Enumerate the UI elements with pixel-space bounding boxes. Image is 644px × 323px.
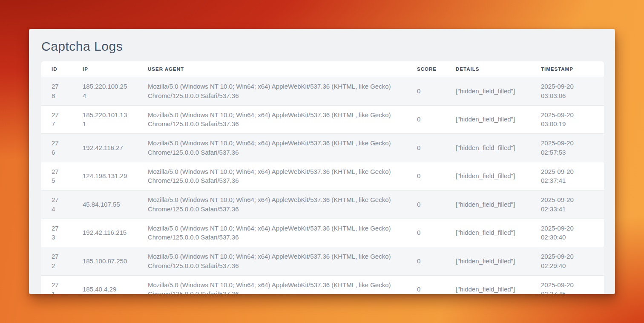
- cell-ip: 185.40.4.29: [72, 275, 138, 294]
- column-header-ip: IP: [72, 61, 138, 77]
- cell-ip: 45.84.107.55: [72, 190, 138, 219]
- logs-table: ID IP USER AGENT SCORE DETAILS TIMESTAMP…: [41, 61, 604, 294]
- table-header: ID IP USER AGENT SCORE DETAILS TIMESTAMP: [41, 61, 604, 77]
- cell-id: 273: [41, 219, 72, 247]
- column-header-id: ID: [41, 61, 72, 77]
- cell-score: 0: [407, 105, 446, 134]
- table-row: 273 192.42.116.215 Mozilla/5.0 (Windows …: [41, 219, 604, 247]
- cell-id: 278: [41, 77, 72, 106]
- column-header-details: DETAILS: [446, 61, 531, 77]
- cell-timestamp: 2025-09-20 02:33:41: [531, 190, 604, 219]
- cell-timestamp: 2025-09-20 02:27:45: [531, 275, 604, 294]
- cell-score: 0: [407, 77, 446, 106]
- cell-details: ["hidden_field_filled"]: [446, 219, 531, 247]
- column-header-user-agent: USER AGENT: [138, 61, 407, 77]
- cell-user-agent: Mozilla/5.0 (Windows NT 10.0; Win64; x64…: [138, 134, 407, 162]
- cell-details: ["hidden_field_filled"]: [446, 190, 531, 219]
- cell-user-agent: Mozilla/5.0 (Windows NT 10.0; Win64; x64…: [138, 247, 407, 276]
- cell-timestamp: 2025-09-20 02:30:40: [531, 219, 604, 247]
- cell-ip: 192.42.116.27: [72, 134, 138, 162]
- cell-score: 0: [407, 219, 446, 247]
- table-body: 278 185.220.100.254 Mozilla/5.0 (Windows…: [41, 77, 604, 294]
- cell-details: ["hidden_field_filled"]: [446, 77, 531, 106]
- table-row: 271 185.40.4.29 Mozilla/5.0 (Windows NT …: [41, 275, 604, 294]
- cell-timestamp: 2025-09-20 02:37:41: [531, 162, 604, 190]
- cell-score: 0: [407, 190, 446, 219]
- cell-details: ["hidden_field_filled"]: [446, 275, 531, 294]
- cell-timestamp: 2025-09-20 02:57:53: [531, 134, 604, 162]
- cell-timestamp: 2025-09-20 02:29:40: [531, 247, 604, 276]
- table-row: 277 185.220.101.131 Mozilla/5.0 (Windows…: [41, 105, 604, 134]
- cell-score: 0: [407, 134, 446, 162]
- cell-user-agent: Mozilla/5.0 (Windows NT 10.0; Win64; x64…: [138, 190, 407, 219]
- cell-user-agent: Mozilla/5.0 (Windows NT 10.0; Win64; x64…: [138, 162, 407, 190]
- table-header-row: ID IP USER AGENT SCORE DETAILS TIMESTAMP: [41, 61, 604, 77]
- column-header-score: SCORE: [407, 61, 446, 77]
- cell-ip: 185.220.100.254: [72, 77, 138, 106]
- cell-timestamp: 2025-09-20 03:00:19: [531, 105, 604, 134]
- cell-ip: 124.198.131.29: [72, 162, 138, 190]
- cell-details: ["hidden_field_filled"]: [446, 105, 531, 134]
- cell-details: ["hidden_field_filled"]: [446, 247, 531, 276]
- cell-user-agent: Mozilla/5.0 (Windows NT 10.0; Win64; x64…: [138, 77, 407, 106]
- cell-id: 277: [41, 105, 72, 134]
- cell-id: 271: [41, 275, 72, 294]
- cell-timestamp: 2025-09-20 03:03:06: [531, 77, 604, 106]
- captcha-logs-card: Captcha Logs ID IP USER AGENT SCORE DETA…: [29, 29, 615, 294]
- table-row: 275 124.198.131.29 Mozilla/5.0 (Windows …: [41, 162, 604, 190]
- table-row: 276 192.42.116.27 Mozilla/5.0 (Windows N…: [41, 134, 604, 162]
- cell-user-agent: Mozilla/5.0 (Windows NT 10.0; Win64; x64…: [138, 275, 407, 294]
- table-row: 274 45.84.107.55 Mozilla/5.0 (Windows NT…: [41, 190, 604, 219]
- cell-id: 274: [41, 190, 72, 219]
- cell-ip: 185.100.87.250: [72, 247, 138, 276]
- cell-id: 275: [41, 162, 72, 190]
- cell-user-agent: Mozilla/5.0 (Windows NT 10.0; Win64; x64…: [138, 105, 407, 134]
- cell-ip: 185.220.101.131: [72, 105, 138, 134]
- page-background: { "page": { "title": "Captcha Logs" }, "…: [0, 0, 644, 323]
- cell-score: 0: [407, 162, 446, 190]
- cell-id: 272: [41, 247, 72, 276]
- table-row: 278 185.220.100.254 Mozilla/5.0 (Windows…: [41, 77, 604, 106]
- cell-user-agent: Mozilla/5.0 (Windows NT 10.0; Win64; x64…: [138, 219, 407, 247]
- column-header-timestamp: TIMESTAMP: [531, 61, 604, 77]
- page-title: Captcha Logs: [41, 39, 615, 54]
- cell-details: ["hidden_field_filled"]: [446, 134, 531, 162]
- cell-id: 276: [41, 134, 72, 162]
- cell-details: ["hidden_field_filled"]: [446, 162, 531, 190]
- cell-ip: 192.42.116.215: [72, 219, 138, 247]
- logs-table-container: ID IP USER AGENT SCORE DETAILS TIMESTAMP…: [41, 61, 604, 294]
- table-row: 272 185.100.87.250 Mozilla/5.0 (Windows …: [41, 247, 604, 276]
- cell-score: 0: [407, 275, 446, 294]
- cell-score: 0: [407, 247, 446, 276]
